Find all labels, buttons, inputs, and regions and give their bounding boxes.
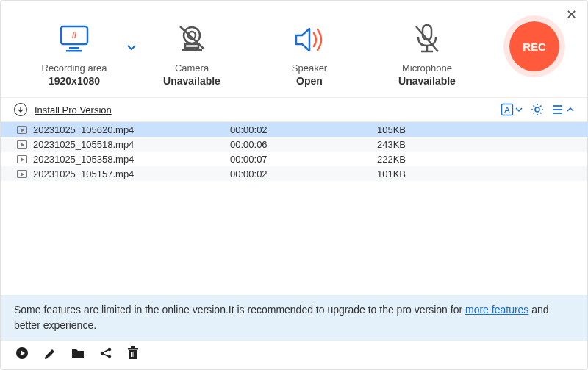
svg-rect-7 xyxy=(182,49,202,51)
speaker-value: Open xyxy=(296,75,323,87)
svg-line-23 xyxy=(104,350,109,352)
table-row[interactable]: 20231025_105518.mp4 00:00:06 243KB xyxy=(1,137,587,152)
share-button[interactable] xyxy=(99,346,112,362)
svg-rect-6 xyxy=(185,44,198,48)
settings-button[interactable] xyxy=(530,102,545,117)
edit-button[interactable] xyxy=(43,346,57,362)
filename: 20231025_105157.mp4 xyxy=(33,168,134,179)
duration: 00:00:07 xyxy=(230,154,377,165)
filename: 20231025_105518.mp4 xyxy=(33,139,134,150)
filename: 20231025_105358.mp4 xyxy=(33,154,134,165)
menu-button[interactable] xyxy=(552,104,574,115)
filesize: 101KB xyxy=(377,168,571,179)
camera-icon xyxy=(174,24,209,56)
video-file-icon xyxy=(17,155,27,163)
upgrade-banner: Some features are limited in the online … xyxy=(1,295,587,341)
video-file-icon xyxy=(17,126,27,134)
duration: 00:00:02 xyxy=(230,168,377,179)
record-button[interactable]: REC xyxy=(509,21,559,71)
microphone-icon xyxy=(412,24,442,56)
filesize: 105KB xyxy=(377,124,571,135)
list-toolbar: Install Pro Version A xyxy=(1,97,587,122)
video-file-icon xyxy=(17,140,27,149)
filename: 20231025_105620.mp4 xyxy=(33,124,134,135)
microphone-label: Microphone xyxy=(402,63,452,74)
recordings-list: 20231025_105620.mp4 00:00:02 105KB 20231… xyxy=(1,122,587,181)
svg-rect-2 xyxy=(66,50,82,52)
svg-rect-9 xyxy=(423,25,431,40)
monitor-icon: // xyxy=(58,25,90,54)
svg-text://: // xyxy=(72,31,76,40)
svg-rect-26 xyxy=(128,348,138,350)
recording-area-label: Recording area xyxy=(42,63,107,74)
more-features-link[interactable]: more features xyxy=(465,304,528,316)
record-button-label: REC xyxy=(523,40,546,53)
camera-value: Unavailable xyxy=(163,75,220,87)
filesize: 222KB xyxy=(377,154,571,165)
svg-rect-27 xyxy=(131,346,135,348)
download-icon[interactable] xyxy=(14,103,27,116)
svg-line-24 xyxy=(104,354,109,356)
table-row[interactable]: 20231025_105157.mp4 00:00:02 101KB xyxy=(1,166,587,181)
camera-control[interactable]: Camera Unavailable xyxy=(133,21,251,87)
recording-area-value: 1920x1080 xyxy=(49,75,100,87)
svg-rect-1 xyxy=(69,47,79,49)
speaker-icon xyxy=(292,24,327,55)
speaker-control[interactable]: Speaker Open xyxy=(251,21,368,87)
duration: 00:00:06 xyxy=(230,139,377,150)
delete-button[interactable] xyxy=(127,346,139,362)
play-button[interactable] xyxy=(15,346,29,362)
bottom-toolbar xyxy=(1,341,587,369)
text-style-button[interactable]: A xyxy=(501,103,523,116)
camera-label: Camera xyxy=(175,63,209,74)
speaker-label: Speaker xyxy=(292,63,327,74)
install-pro-link[interactable]: Install Pro Version xyxy=(35,104,112,115)
close-icon[interactable]: ✕ xyxy=(566,7,577,23)
banner-text-1: Some features are limited in the online … xyxy=(14,304,465,316)
recording-area-control[interactable]: // Recording area 1920x1080 xyxy=(15,21,133,87)
video-file-icon xyxy=(17,170,27,178)
table-row[interactable]: 20231025_105358.mp4 00:00:07 222KB xyxy=(1,152,587,166)
filesize: 243KB xyxy=(377,139,571,150)
microphone-value: Unavailable xyxy=(398,75,456,87)
microphone-control[interactable]: Microphone Unavailable xyxy=(368,21,486,87)
folder-button[interactable] xyxy=(71,347,85,361)
svg-point-4 xyxy=(184,27,200,43)
duration: 00:00:02 xyxy=(230,124,377,135)
svg-text:A: A xyxy=(504,105,510,114)
svg-point-15 xyxy=(535,107,539,112)
device-toolbar: // Recording area 1920x1080 Camera Unav xyxy=(1,1,587,97)
table-row[interactable]: 20231025_105620.mp4 00:00:02 105KB xyxy=(1,122,587,137)
